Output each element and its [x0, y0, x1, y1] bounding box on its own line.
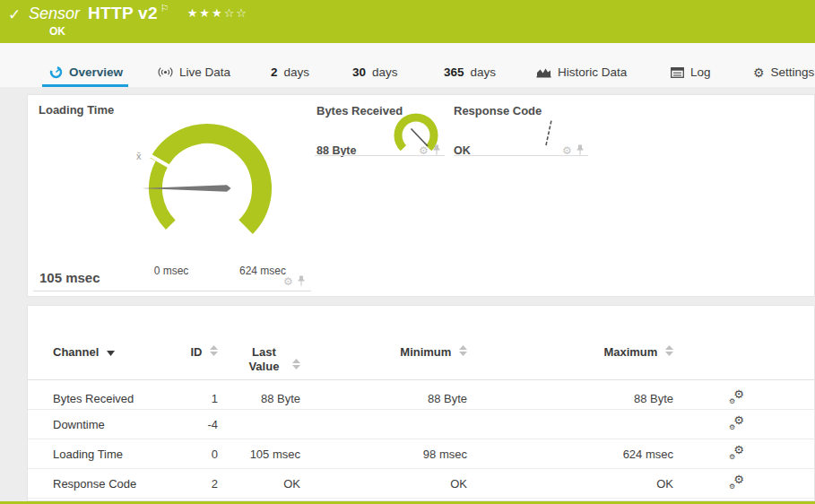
tab-label: Overview [69, 65, 123, 79]
channel-settings-icon[interactable]: ⚙⚙ [729, 416, 744, 430]
gear-icon[interactable]: ⚙ [283, 277, 293, 286]
tab-live-data[interactable]: Live Data [158, 57, 230, 87]
sort-icon [665, 345, 673, 360]
live-broadcast-icon [158, 66, 173, 78]
tab-number: 30 [352, 65, 366, 79]
average-marker: x̄ [136, 151, 142, 161]
tab-log[interactable]: Log [671, 57, 711, 87]
channel-id: 1 [171, 380, 218, 410]
sort-icon [210, 345, 218, 360]
channel-minimum [300, 410, 467, 439]
flag-icon[interactable]: ⚐ [160, 3, 169, 14]
gauge-action-icons: ⚙ [283, 275, 306, 287]
gear-icon: ⚙ [753, 65, 765, 80]
tab-30-days[interactable]: 30 days [352, 57, 398, 87]
sort-icon [459, 345, 467, 360]
column-header-last-value[interactable]: Last Value [218, 306, 300, 380]
tab-label: days [471, 65, 497, 79]
tab-historic-data[interactable]: Historic Data [536, 57, 627, 87]
channel-maximum: 624 msec [467, 439, 673, 469]
divider [454, 155, 588, 156]
gauge-title-loading-time: Loading Time [39, 103, 114, 117]
table-row: Downtime -4 ⚙⚙ [28, 410, 814, 439]
gear-icon[interactable]: ⚙ [419, 146, 429, 155]
sensor-kind-label: Sensor [29, 4, 80, 23]
channel-id: 2 [171, 469, 218, 499]
tab-settings[interactable]: ⚙ Settings [753, 57, 814, 87]
sort-desc-icon [107, 345, 115, 360]
sensor-title-row: Sensor HTTP v2 ⚐ ★★★☆☆ [29, 4, 248, 23]
column-header-maximum[interactable]: Maximum [467, 306, 673, 380]
tab-label: Log [690, 65, 711, 79]
priority-stars[interactable]: ★★★☆☆ [187, 6, 248, 20]
table-row: Loading Time 0 105 msec 98 msec 624 msec… [28, 439, 814, 469]
channel-settings-icon[interactable]: ⚙⚙ [729, 390, 744, 404]
table-row: Bytes Received 1 88 Byte 88 Byte 88 Byte… [28, 380, 814, 410]
gear-icon[interactable]: ⚙ [562, 146, 572, 155]
column-header-channel[interactable]: Channel [28, 306, 171, 380]
tab-label: days [372, 65, 398, 79]
channel-minimum: OK [300, 469, 467, 499]
table-row: Response Code 2 OK OK OK ⚙⚙ [28, 469, 814, 499]
tab-number: 2 [271, 65, 278, 79]
channel-name: Loading Time [28, 439, 171, 469]
channel-last-value: OK [218, 469, 300, 499]
divider [33, 291, 311, 291]
channel-settings-icon[interactable]: ⚙⚙ [729, 446, 744, 459]
pin-icon[interactable] [297, 275, 306, 287]
channels-panel: Channel ID Last Value [27, 305, 815, 501]
prtg-sensor-page: ✓ Sensor HTTP v2 ⚐ ★★★☆☆ OK Overview Liv… [0, 0, 815, 504]
gauges-panel: Loading Time x̄ 0 msec 624 msec 105 msec… [27, 94, 815, 297]
channel-last-value [218, 410, 300, 439]
channel-maximum [467, 410, 673, 439]
gauge-title-bytes-received: Bytes Received [316, 104, 403, 117]
sort-icon [292, 359, 300, 373]
status-check-icon: ✓ [8, 5, 21, 24]
tab-label: Historic Data [558, 65, 627, 79]
channel-settings-icon[interactable]: ⚙⚙ [729, 475, 744, 489]
channel-id: -4 [171, 410, 218, 439]
tab-overview[interactable]: Overview [49, 57, 123, 87]
area-chart-icon [536, 66, 551, 78]
channel-name: Downtime [28, 410, 171, 439]
channel-name: Response Code [28, 469, 171, 499]
channel-name: Bytes Received [28, 380, 171, 410]
tab-365-days[interactable]: 365 days [444, 57, 496, 87]
gauge-icon [49, 65, 63, 79]
column-header-minimum[interactable]: Minimum [300, 306, 467, 380]
gauge-title-response-code: Response Code [454, 104, 542, 117]
tab-2-days[interactable]: 2 days [271, 57, 309, 87]
table-header-row: Channel ID Last Value [28, 306, 814, 380]
tab-label: days [284, 65, 310, 79]
loading-time-gauge [134, 113, 295, 256]
channel-id: 0 [171, 439, 218, 469]
log-list-icon [671, 67, 684, 78]
sensor-header: ✓ Sensor HTTP v2 ⚐ ★★★☆☆ OK [0, 0, 815, 43]
channel-minimum: 88 Byte [300, 380, 467, 410]
divider [315, 155, 445, 156]
gauge-needle [546, 120, 551, 145]
channel-last-value: 88 Byte [218, 380, 300, 410]
channels-table: Channel ID Last Value [28, 306, 814, 499]
tab-label: Live Data [179, 65, 230, 79]
channel-maximum: OK [467, 469, 673, 499]
page-title: HTTP v2 [88, 4, 158, 23]
tab-bar: Overview Live Data 2 days 30 days 365 da… [0, 43, 815, 87]
status-badge: OK [49, 25, 65, 38]
channel-last-value: 105 msec [218, 439, 300, 469]
loading-time-value: 105 msec [39, 270, 100, 285]
tab-label: Settings [771, 65, 815, 79]
channel-maximum: 88 Byte [467, 380, 673, 410]
channel-minimum: 98 msec [300, 439, 467, 469]
tab-number: 365 [444, 65, 464, 79]
column-header-actions [673, 306, 814, 380]
gauge-scale-min: 0 msec [146, 265, 196, 277]
column-header-id[interactable]: ID [171, 306, 218, 380]
